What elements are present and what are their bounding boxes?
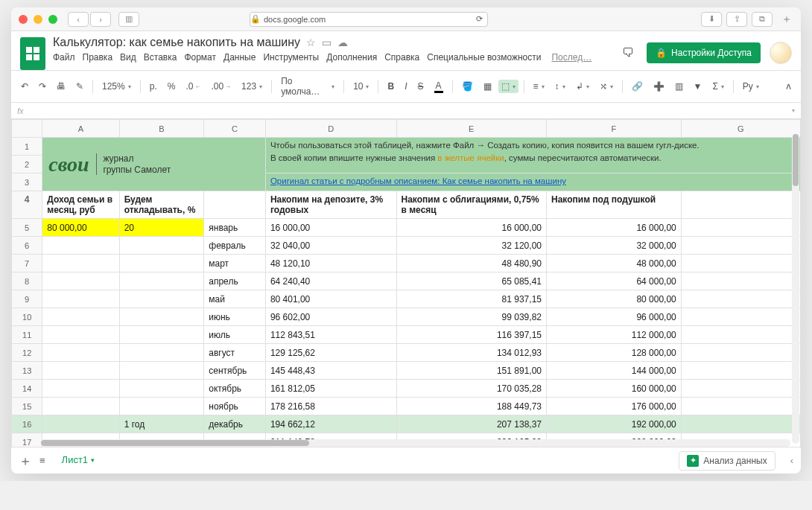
v-align-button[interactable]: ↕ xyxy=(551,79,569,94)
banner-logo-cell[interactable]: свои журналгруппы Самолет xyxy=(42,138,266,191)
cell-income[interactable] xyxy=(42,237,119,255)
font-size-dropdown[interactable]: 10 xyxy=(349,79,372,94)
cell-percent[interactable] xyxy=(119,308,204,326)
cell-bonds[interactable]: 99 039,82 xyxy=(396,308,546,326)
cell-percent[interactable] xyxy=(119,272,204,290)
cell-month[interactable]: декабрь xyxy=(204,415,266,433)
cell-pillow[interactable]: 48 000,00 xyxy=(546,255,681,272)
row-header[interactable]: 4 xyxy=(12,191,42,219)
row-header[interactable]: 6 xyxy=(12,237,42,255)
row-header[interactable]: 5 xyxy=(12,219,42,237)
header-bonds[interactable]: Накопим с облигациями, 0,75% в месяц xyxy=(396,191,546,219)
all-sheets-button[interactable]: ≡ xyxy=(39,455,45,466)
cell-deposit[interactable]: 194 662,12 xyxy=(265,415,396,433)
banner-link-cell[interactable]: Оригинал статьи с подробным описанием: К… xyxy=(265,173,800,191)
cell[interactable] xyxy=(681,326,800,344)
row-header[interactable]: 16 xyxy=(12,415,42,433)
print-button[interactable]: 🖶 xyxy=(53,79,69,94)
close-window-button[interactable] xyxy=(19,15,28,24)
cell-income[interactable] xyxy=(42,290,119,308)
cell-percent[interactable] xyxy=(119,380,204,398)
cell-deposit[interactable]: 32 040,00 xyxy=(265,237,396,255)
col-header-D[interactable]: D xyxy=(265,120,396,138)
input-lang-button[interactable]: Ру xyxy=(739,79,763,94)
row-header[interactable]: 7 xyxy=(12,255,42,272)
bold-button[interactable]: B xyxy=(384,79,398,94)
functions-button[interactable]: Σ xyxy=(708,79,727,94)
cell-pillow[interactable]: 192 000,00 xyxy=(546,415,681,433)
cell[interactable] xyxy=(681,290,800,308)
decrease-decimal-button[interactable]: .0← xyxy=(182,79,204,94)
move-icon[interactable]: ▭ xyxy=(322,36,332,48)
cell-pillow[interactable]: 32 000,00 xyxy=(546,237,681,255)
add-sheet-button[interactable]: ＋ xyxy=(19,452,32,470)
cell-deposit[interactable]: 48 120,10 xyxy=(265,255,396,272)
cell[interactable] xyxy=(681,344,800,362)
col-header-B[interactable]: B xyxy=(119,120,204,138)
zoom-dropdown[interactable]: 125% xyxy=(98,79,135,94)
nav-forward-button[interactable]: › xyxy=(90,12,111,27)
maximize-window-button[interactable] xyxy=(48,15,57,24)
cell[interactable] xyxy=(681,237,800,255)
cell-pillow[interactable]: 16 000,00 xyxy=(546,219,681,237)
cell-income[interactable] xyxy=(42,344,119,362)
cell-income[interactable] xyxy=(42,380,119,398)
h-align-button[interactable]: ≡ xyxy=(530,79,548,94)
cell[interactable] xyxy=(681,191,800,219)
cell-percent[interactable] xyxy=(119,344,204,362)
formula-bar[interactable]: fx ▾ xyxy=(11,103,801,119)
cell-month[interactable]: октябрь xyxy=(204,380,266,398)
comments-button[interactable]: 🗨 xyxy=(618,43,638,63)
cell-percent[interactable] xyxy=(119,326,204,344)
filter-button[interactable]: ▼ xyxy=(690,79,706,94)
cell-income[interactable] xyxy=(42,362,119,380)
scrollbar-thumb[interactable] xyxy=(793,134,799,186)
row-header[interactable]: 12 xyxy=(12,344,42,362)
header-income[interactable]: Доход семьи в месяц, руб xyxy=(42,191,119,219)
format-percent-button[interactable]: % xyxy=(164,79,180,94)
cell-deposit[interactable]: 112 843,51 xyxy=(265,326,396,344)
cell-percent[interactable] xyxy=(119,362,204,380)
cell-income[interactable] xyxy=(42,272,119,290)
cell-pillow[interactable]: 64 000,00 xyxy=(546,272,681,290)
cell-month[interactable]: июль xyxy=(204,326,266,344)
cell-pillow[interactable]: 112 000,00 xyxy=(546,326,681,344)
cell-bonds[interactable]: 134 012,93 xyxy=(396,344,546,362)
insert-chart-button[interactable]: ▥ xyxy=(671,79,687,94)
toolbar-collapse-button[interactable]: ʌ xyxy=(782,79,795,94)
new-tab-button[interactable]: ＋ xyxy=(780,7,793,31)
row-header[interactable]: 1 xyxy=(12,138,42,156)
cell-deposit[interactable]: 96 602,00 xyxy=(265,308,396,326)
cell-pillow[interactable]: 80 000,00 xyxy=(546,290,681,308)
menu-insert[interactable]: Вставка xyxy=(144,52,177,63)
menu-data[interactable]: Данные xyxy=(223,52,256,63)
vertical-scrollbar[interactable] xyxy=(792,134,799,444)
spreadsheet-grid[interactable]: A B C D E F G 1 свои журналгруппы Самоле… xyxy=(11,119,801,447)
cell-deposit[interactable]: 80 401,00 xyxy=(265,290,396,308)
cell-percent[interactable] xyxy=(119,237,204,255)
cell-deposit[interactable]: 129 125,62 xyxy=(265,344,396,362)
cell-bonds[interactable]: 151 891,00 xyxy=(396,362,546,380)
cell-deposit[interactable]: 64 240,40 xyxy=(265,272,396,290)
share-button[interactable]: 🔒 Настройки Доступа xyxy=(647,42,761,63)
header-pillow[interactable]: Накопим под подушкой xyxy=(546,191,681,219)
menu-help[interactable]: Справка xyxy=(384,52,419,63)
download-button[interactable]: ⬇ xyxy=(701,12,722,27)
tabs-button[interactable]: ⧉ xyxy=(752,12,773,27)
cell-pillow[interactable]: 96 000,00 xyxy=(546,308,681,326)
number-format-dropdown[interactable]: 123 xyxy=(238,79,266,94)
col-header-E[interactable]: E xyxy=(396,120,546,138)
cell-month[interactable]: август xyxy=(204,344,266,362)
cell-bonds[interactable]: 188 449,73 xyxy=(396,398,546,415)
fx-dropdown-icon[interactable]: ▾ xyxy=(792,107,795,114)
cell-deposit[interactable]: 145 448,43 xyxy=(265,362,396,380)
cell-bonds[interactable]: 48 480,90 xyxy=(396,255,546,272)
cell[interactable] xyxy=(681,255,800,272)
address-bar[interactable]: 🔒 docs.google.com ⟳ xyxy=(250,12,488,27)
cell-deposit[interactable]: 178 216,58 xyxy=(265,398,396,415)
text-color-button[interactable]: A xyxy=(431,78,447,95)
paint-format-button[interactable]: ✎ xyxy=(72,79,87,94)
increase-decimal-button[interactable]: .00→ xyxy=(207,79,235,94)
sheet-tab[interactable]: Лист1 ▾ xyxy=(53,451,104,470)
italic-button[interactable]: I xyxy=(401,79,410,94)
